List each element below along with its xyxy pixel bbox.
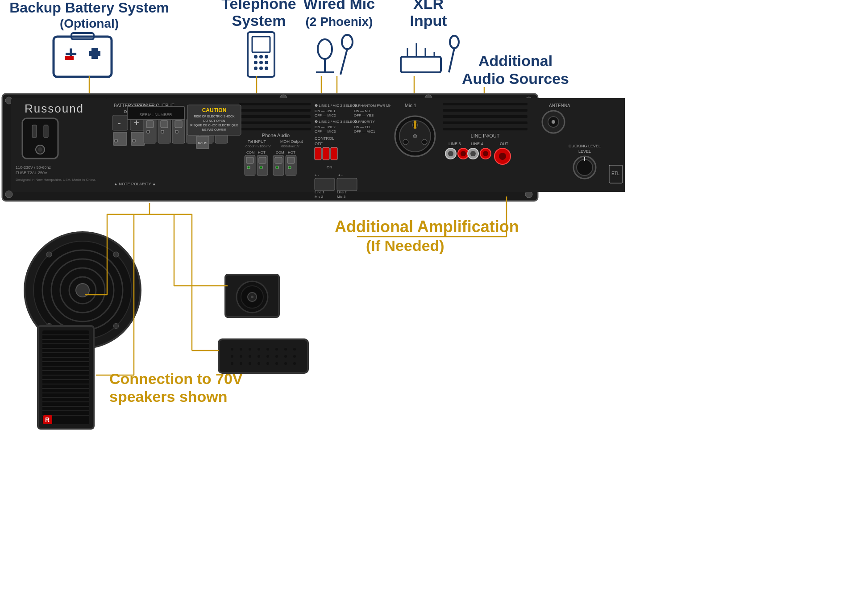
svg-rect-93 xyxy=(287,157,295,163)
moh-output-label: MOH Output xyxy=(280,139,303,144)
additional-amp-label-line1: Additional Amplification xyxy=(335,217,519,236)
svg-point-202 xyxy=(266,348,269,351)
connection-70v-label-line2: speakers shown xyxy=(109,388,228,405)
svg-text:OFF — MIC1: OFF — MIC1 xyxy=(354,129,375,134)
svg-point-207 xyxy=(240,355,242,358)
svg-point-9 xyxy=(259,55,263,58)
svg-point-221 xyxy=(293,362,296,365)
svg-text:RoHS: RoHS xyxy=(198,141,207,145)
tel-spec: 600ohm/100mV xyxy=(245,144,271,148)
svg-rect-138 xyxy=(443,128,527,130)
xlr-input-label-line1: XLR xyxy=(413,0,444,12)
svg-rect-48 xyxy=(113,132,127,146)
rohs-label: RoHS xyxy=(196,136,209,149)
xlr-input-label-line2: Input xyxy=(410,12,447,29)
svg-text:ON — LINE1: ON — LINE1 xyxy=(315,109,336,113)
svg-text:ON — LINE2: ON — LINE2 xyxy=(315,125,336,129)
svg-point-198 xyxy=(231,348,233,351)
svg-rect-49 xyxy=(131,132,145,146)
svg-point-17 xyxy=(318,39,332,59)
svg-point-209 xyxy=(257,355,260,358)
svg-text:CONTROL: CONTROL xyxy=(315,136,334,141)
svg-text:-: - xyxy=(118,118,121,128)
svg-rect-22 xyxy=(401,57,441,72)
svg-point-15 xyxy=(259,67,263,70)
svg-rect-120 xyxy=(337,178,357,191)
svg-text:+ -: + - xyxy=(315,173,319,177)
additional-audio-label-line2: Audio Sources xyxy=(462,70,569,87)
svg-rect-92 xyxy=(275,157,282,163)
svg-point-144 xyxy=(470,151,476,156)
svg-point-201 xyxy=(257,348,260,351)
xlr-icon xyxy=(401,36,459,72)
svg-text:DO NOT OPEN: DO NOT OPEN xyxy=(204,119,225,122)
svg-text:+ -: + - xyxy=(338,173,343,177)
antenna-label: ANTENNA xyxy=(549,103,570,108)
svg-text:ON — NO: ON — NO xyxy=(354,109,370,113)
additional-audio-label-line1: Additional xyxy=(478,52,552,69)
telephone-label-line1: Telephone xyxy=(221,0,296,12)
svg-point-203 xyxy=(275,348,278,351)
svg-rect-77 xyxy=(239,103,311,105)
xlr-connector xyxy=(395,116,435,156)
svg-line-28 xyxy=(449,48,454,72)
svg-text:RISK OF ELECTRIC SHOCK: RISK OF ELECTRIC SHOCK xyxy=(194,115,235,118)
svg-rect-5 xyxy=(65,56,74,60)
svg-rect-114 xyxy=(323,147,329,160)
svg-rect-79 xyxy=(239,115,311,118)
svg-point-8 xyxy=(254,55,257,58)
svg-point-220 xyxy=(284,362,287,365)
soundbar-speaker xyxy=(219,339,308,373)
ducking-knob xyxy=(573,156,596,179)
svg-rect-134 xyxy=(443,103,527,105)
line3-label: LINE 3 xyxy=(449,142,461,146)
svg-point-152 xyxy=(552,120,555,124)
svg-rect-78 xyxy=(239,109,311,112)
svg-point-211 xyxy=(275,355,278,358)
svg-text:CAUTION: CAUTION xyxy=(202,107,227,113)
svg-rect-94 xyxy=(247,166,250,169)
svg-point-14 xyxy=(254,67,257,70)
wired-mic-icon xyxy=(316,35,353,75)
line-inout-label: LINE IN/OUT xyxy=(471,133,500,138)
moh-spec: 600ohm/1V xyxy=(281,144,300,148)
svg-point-215 xyxy=(240,362,242,365)
svg-text:+: + xyxy=(65,42,77,66)
svg-text:ETL: ETL xyxy=(611,171,620,176)
svg-point-10 xyxy=(265,55,268,58)
line4-label: LINE 4 xyxy=(471,142,483,146)
svg-point-16 xyxy=(265,67,268,70)
wired-mic-label-line1: Wired Mic xyxy=(303,0,375,12)
ducking-level-label: LEVEL xyxy=(578,149,591,154)
svg-text:Line 2: Line 2 xyxy=(337,190,347,194)
backup-battery-label-line2: (Optional) xyxy=(60,17,119,30)
svg-text:❶ LINE 1 / MIC 2 SELEC...: ❶ LINE 1 / MIC 2 SELEC... xyxy=(315,104,358,108)
svg-text:NE PAS OUVRIR: NE PAS OUVRIR xyxy=(202,128,226,131)
svg-rect-65 xyxy=(161,121,168,128)
tel-input-label: Tel INPUT xyxy=(248,139,266,144)
svg-rect-81 xyxy=(239,128,311,130)
wall-speaker: R xyxy=(38,326,94,429)
svg-point-20 xyxy=(342,35,353,49)
svg-rect-72 xyxy=(175,130,178,133)
svg-text:❷ LINE 2 / MIC 3 SELEC...: ❷ LINE 2 / MIC 3 SELEC... xyxy=(315,120,358,124)
svg-rect-7 xyxy=(252,37,270,52)
svg-text:OFF: OFF xyxy=(315,142,323,146)
svg-rect-64 xyxy=(146,121,154,128)
svg-point-131 xyxy=(413,134,417,138)
svg-text:R: R xyxy=(45,416,50,423)
svg-point-165 xyxy=(46,252,52,257)
svg-rect-4 xyxy=(91,48,98,59)
ducking-label: DUCKING LEVEL xyxy=(569,144,601,148)
svg-point-146 xyxy=(483,151,488,156)
note-polarity: ▲ NOTE POLARITY ▲ xyxy=(114,182,156,186)
svg-text:Mic 2: Mic 2 xyxy=(315,195,324,199)
svg-point-218 xyxy=(266,362,269,365)
serial-number-label: SERIAL NUMBER xyxy=(139,113,172,117)
wired-mic-label-line2: (2 Phoenix) xyxy=(306,15,373,29)
telephone-icon xyxy=(248,32,274,77)
additional-amp-label-line2: (If Needed) xyxy=(366,237,444,254)
svg-point-142 xyxy=(461,151,466,156)
mic1-label: Mic 1 xyxy=(405,103,416,108)
svg-point-205 xyxy=(293,348,296,351)
